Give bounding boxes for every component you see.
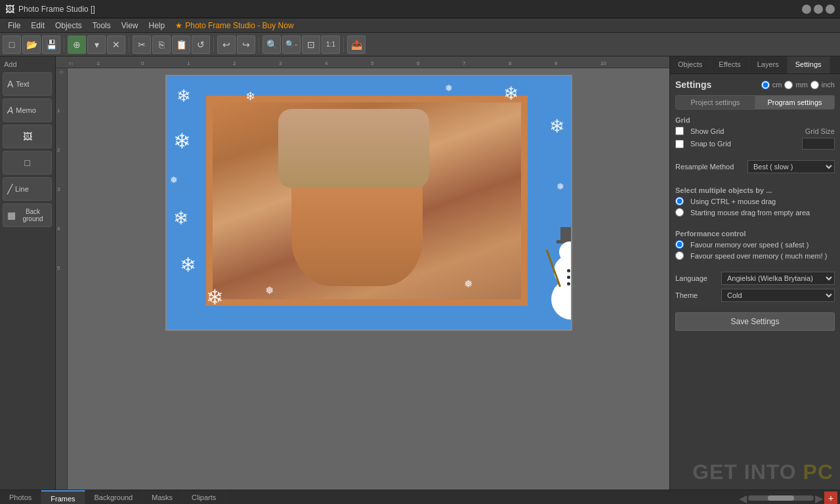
tab-objects[interactable]: Objects <box>670 56 711 74</box>
zoom-in-button[interactable]: 🔍 <box>262 35 281 54</box>
rotate-button[interactable]: ↺ <box>192 35 210 54</box>
ruler-vertical: in 1 2 3 4 5 <box>56 68 68 490</box>
btab-cliparts[interactable]: Cliparts <box>182 490 226 504</box>
add-image-button[interactable]: ⊕ <box>68 35 86 54</box>
ctrl-drag-radio[interactable] <box>675 197 684 205</box>
export-button[interactable]: 📤 <box>347 35 366 54</box>
empty-drag-row: Starting mouse drag from empty area <box>675 208 835 217</box>
memo-icon: A <box>7 105 13 116</box>
empty-drag-label: Starting mouse drag from empty area <box>690 209 835 217</box>
delete-button[interactable]: ✕ <box>107 35 125 54</box>
text-tool[interactable]: A Text <box>3 72 52 96</box>
memo-tool[interactable]: A Memo <box>3 98 52 122</box>
paste-button[interactable]: 📋 <box>172 35 190 54</box>
toolbar-sep-1 <box>64 37 64 52</box>
show-grid-label: Show Grid <box>690 127 744 135</box>
menu-file[interactable]: File <box>3 20 26 32</box>
snap-grid-checkbox[interactable] <box>675 140 684 148</box>
save-button[interactable]: 💾 <box>42 35 60 54</box>
dropdown-button[interactable]: ▾ <box>87 35 106 54</box>
shape-icon: □ <box>24 158 30 168</box>
language-select[interactable]: Angielski (Wielka Brytania) <box>721 272 835 285</box>
maximize-button[interactable] <box>814 5 823 14</box>
toolbar-sep-2 <box>129 37 129 52</box>
snowflake-4: ❅ <box>445 83 453 93</box>
background-tool[interactable]: ▦ Back ground <box>3 203 52 227</box>
settings-panel: Settings cm mm inch Project settings Pro… <box>670 74 840 490</box>
perf-label: Performance control <box>675 230 835 238</box>
theme-select[interactable]: Cold <box>721 289 835 302</box>
shape-tool[interactable]: □ <box>3 151 52 175</box>
right-tabs: Objects Effects Layers Settings <box>670 56 840 74</box>
btab-photos[interactable]: Photos <box>0 490 41 504</box>
show-grid-checkbox[interactable] <box>675 127 684 135</box>
resample-select[interactable]: Best ( slow )BilinearNearest <box>747 160 835 173</box>
tab-layers[interactable]: Layers <box>749 56 788 74</box>
zoom-out-button[interactable]: 🔍- <box>282 35 301 54</box>
redo-button[interactable]: ↪ <box>237 35 255 54</box>
bottom-tabs: Photos Frames Background Masks Cliparts … <box>0 490 840 504</box>
zoom-100-button[interactable]: 1:1 <box>322 35 340 54</box>
right-panel: Objects Effects Layers Settings Settings… <box>669 56 840 490</box>
menu-view[interactable]: View <box>116 20 144 32</box>
resample-row: Resample Method Best ( slow )BilinearNea… <box>675 160 835 173</box>
snowflake-8: ❄ <box>180 253 196 276</box>
perf-memory-row: Favour memory over speed ( safest ) <box>675 240 835 249</box>
snap-grid-row: Snap to Grid <box>675 138 835 150</box>
app-icon: 🖼 <box>5 4 14 14</box>
background-icon: ▦ <box>7 210 16 220</box>
snowflake-7: ❄ <box>173 207 188 229</box>
ctrl-drag-row: Using CTRL + mouse drag <box>675 197 835 205</box>
perf-memory-radio[interactable] <box>675 240 684 249</box>
zoom-fit-button[interactable]: ⊡ <box>302 35 320 54</box>
ctrl-drag-label: Using CTRL + mouse drag <box>690 198 835 205</box>
toolbar: □ 📂 💾 ⊕ ▾ ✕ ✂ ⎘ 📋 ↺ ↩ ↪ 🔍 🔍- ⊡ 1:1 📤 <box>0 33 840 56</box>
tab-effects[interactable]: Effects <box>711 56 749 74</box>
show-grid-row: Show Grid Grid Size <box>675 127 835 135</box>
btab-masks[interactable]: Masks <box>142 490 182 504</box>
minimize-button[interactable] <box>802 5 811 14</box>
toolbar-sep-5 <box>343 37 344 52</box>
new-button[interactable]: □ <box>3 35 21 54</box>
unit-mm[interactable] <box>784 81 793 89</box>
menu-tools[interactable]: Tools <box>87 20 116 32</box>
settings-header: Settings cm mm inch <box>675 79 835 90</box>
snowflake-1: ❄ <box>177 86 191 106</box>
unit-cm[interactable] <box>761 81 770 89</box>
btab-background[interactable]: Background <box>85 490 143 504</box>
menu-objects[interactable]: Objects <box>50 20 87 32</box>
image-tool[interactable]: 🖼 <box>3 125 52 148</box>
tab-settings[interactable]: Settings <box>788 56 830 74</box>
line-tool[interactable]: ╱ Line <box>3 177 52 201</box>
undo-button[interactable]: ↩ <box>217 35 236 54</box>
image-icon: 🖼 <box>23 131 32 142</box>
resample-label: Resample Method <box>675 163 747 171</box>
unit-inch[interactable] <box>810 81 819 89</box>
photo-frame <box>206 96 528 306</box>
grid-size-input[interactable] <box>802 138 835 150</box>
text-icon: A <box>7 79 13 89</box>
canvas-wrap: ❄ ❄ ❄ ❅ ❄ ❅ ❄ ❄ ❄ ❄ ❅ ❅ ❅ <box>68 68 669 490</box>
subtab-program[interactable]: Program settings <box>755 96 834 109</box>
subtab-project[interactable]: Project settings <box>676 96 755 109</box>
menu-edit[interactable]: Edit <box>26 20 50 32</box>
canvas[interactable]: ❄ ❄ ❄ ❅ ❄ ❅ ❄ ❄ ❄ ❄ ❅ ❅ ❅ <box>165 75 572 331</box>
empty-drag-radio[interactable] <box>675 208 684 217</box>
titlebar: 🖼 Photo Frame Studio [] <box>0 0 840 18</box>
photo-image <box>213 102 521 299</box>
btab-frames[interactable]: Frames <box>41 490 85 504</box>
language-row: Language Angielski (Wielka Brytania) <box>675 272 835 285</box>
ruler-v-wrap: in 1 2 3 4 5 <box>56 68 669 490</box>
perf-memory-label: Favour memory over speed ( safest ) <box>690 241 835 249</box>
perf-speed-radio[interactable] <box>675 251 684 260</box>
add-frame-button[interactable]: + <box>824 492 837 504</box>
open-button[interactable]: 📂 <box>22 35 41 54</box>
cut-button[interactable]: ✂ <box>133 35 151 54</box>
theme-label: Theme <box>675 291 721 299</box>
snap-grid-label: Snap to Grid <box>690 140 742 148</box>
copy-button[interactable]: ⎘ <box>152 35 171 54</box>
menu-help[interactable]: Help <box>144 20 171 32</box>
save-settings-button[interactable]: Save Settings <box>675 312 835 331</box>
close-button[interactable] <box>826 5 835 14</box>
ruler-horizontal: in -1 0 1 2 3 4 5 6 7 8 9 10 <box>56 56 669 68</box>
